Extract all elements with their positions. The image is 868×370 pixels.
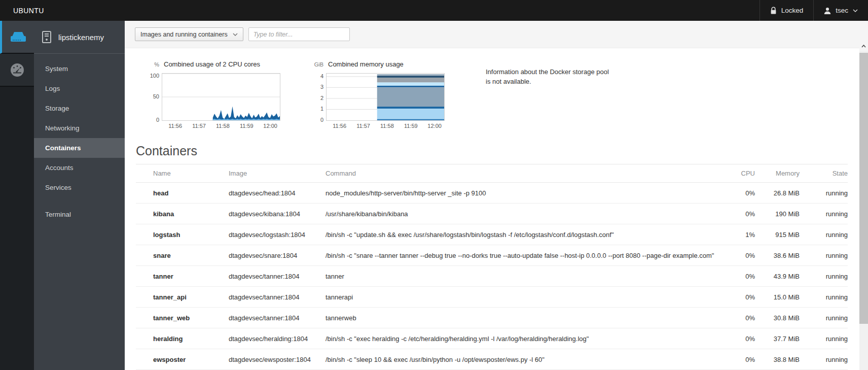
column-header-cpu: CPU bbox=[714, 164, 755, 183]
filter-dropdown-label: Images and running containers bbox=[140, 31, 228, 38]
x-tick-label: 11:57 bbox=[356, 123, 370, 129]
y-tick-label: 4 bbox=[320, 73, 323, 79]
cell-command: /bin/sh -c "exec heralding -c /etc/heral… bbox=[326, 328, 714, 349]
y-tick-label: 2 bbox=[320, 95, 323, 101]
cell-command: /usr/share/kibana/bin/kibana bbox=[326, 204, 714, 224]
cell-image: dtagdevsec/ewsposter:1804 bbox=[229, 349, 326, 370]
cell-image: dtagdevsec/tanner:1804 bbox=[229, 266, 326, 287]
cell-image: dtagdevsec/logstash:1804 bbox=[229, 224, 326, 245]
table-row[interactable]: tanner_apidtagdevsec/tanner:1804tannerap… bbox=[136, 287, 848, 308]
table-header-row: NameImageCommandCPUMemoryState bbox=[136, 164, 848, 183]
y-tick-label: 50 bbox=[153, 93, 159, 99]
containers-heading: Containers bbox=[136, 144, 848, 158]
containers-filter-dropdown[interactable]: Images and running containers bbox=[135, 27, 243, 41]
locked-indicator[interactable]: Locked bbox=[760, 0, 814, 21]
sidebar-item-storage[interactable]: Storage bbox=[34, 98, 125, 118]
sidebar: lipstickenemy SystemLogsStorageNetworkin… bbox=[34, 21, 125, 370]
host-server-icon bbox=[41, 30, 52, 44]
user-menu[interactable]: tsec bbox=[813, 0, 868, 21]
cpu-chart-unit: % bbox=[142, 61, 159, 68]
storage-pool-note-line1: Information about the Docker storage poo… bbox=[486, 68, 609, 77]
cell-state: running bbox=[800, 204, 848, 224]
cell-state: running bbox=[800, 328, 848, 349]
cpu-chart-plot bbox=[162, 73, 280, 121]
sidebar-item-networking[interactable]: Networking bbox=[34, 118, 125, 138]
scroll-up-arrow[interactable] bbox=[859, 42, 868, 51]
y-tick-label: 1 bbox=[320, 106, 323, 112]
cell-cpu: 0% bbox=[714, 183, 755, 204]
chevron-down-icon bbox=[233, 33, 238, 36]
table-row[interactable]: logstashdtagdevsec/logstash:1804/bin/sh … bbox=[136, 224, 848, 245]
memory-chart-yaxis: 43210 bbox=[306, 73, 323, 121]
gauge-icon bbox=[9, 61, 26, 79]
table-row[interactable]: tanner_webdtagdevsec/tanner:1804tannerwe… bbox=[136, 308, 848, 328]
cell-image: dtagdevsec/tanner:1804 bbox=[229, 287, 326, 308]
cell-memory: 15.0 MiB bbox=[755, 287, 800, 308]
cell-cpu: 0% bbox=[714, 266, 755, 287]
cell-cpu: 0% bbox=[714, 204, 755, 224]
table-row[interactable]: heraldingdtagdevsec/heralding:1804/bin/s… bbox=[136, 328, 848, 349]
cell-command: /bin/sh -c "snare --tanner tanner --debu… bbox=[326, 245, 714, 266]
x-tick-label: 12:00 bbox=[263, 123, 277, 129]
cell-state: running bbox=[800, 245, 848, 266]
host-header[interactable]: lipstickenemy bbox=[34, 21, 125, 54]
x-tick-label: 11:59 bbox=[240, 123, 254, 129]
cell-command: tanner bbox=[326, 266, 714, 287]
cell-cpu: 0% bbox=[714, 349, 755, 370]
user-icon bbox=[824, 7, 831, 14]
cell-name: kibana bbox=[136, 204, 229, 224]
sidebar-item-terminal[interactable]: Terminal bbox=[34, 205, 125, 224]
sidebar-item-logs[interactable]: Logs bbox=[34, 79, 125, 98]
cell-state: running bbox=[800, 349, 848, 370]
hostname: lipstickenemy bbox=[58, 33, 104, 42]
chevron-up-icon bbox=[861, 45, 866, 48]
scrollbar-thumb[interactable] bbox=[859, 53, 868, 324]
sidebar-item-accounts[interactable]: Accounts bbox=[34, 158, 125, 178]
cell-memory: 38.6 MiB bbox=[755, 245, 800, 266]
x-tick-label: 11:57 bbox=[192, 123, 206, 129]
lock-icon bbox=[770, 7, 777, 15]
y-tick-label: 0 bbox=[156, 117, 159, 123]
sidebar-item-system[interactable]: System bbox=[34, 59, 125, 79]
scrollbar[interactable] bbox=[859, 42, 868, 370]
cpu-chart-title: Combined usage of 2 CPU cores bbox=[164, 60, 260, 68]
memory-chart-xaxis: 11:5611:5711:5811:5912:00 bbox=[326, 123, 445, 130]
cell-name: logstash bbox=[136, 224, 229, 245]
x-tick-label: 12:00 bbox=[427, 123, 442, 129]
top-bar: UBUNTU Locked tsec bbox=[0, 0, 868, 21]
cell-cpu: 0% bbox=[714, 245, 755, 266]
sidebar-menu: SystemLogsStorageNetworkingContainersAcc… bbox=[34, 59, 125, 224]
dashboard-tab[interactable] bbox=[0, 54, 34, 87]
server-tab[interactable] bbox=[0, 21, 34, 54]
column-header-name: Name bbox=[136, 164, 229, 183]
memory-chart-title: Combined memory usage bbox=[328, 60, 404, 68]
column-header-state: State bbox=[800, 164, 848, 183]
table-row[interactable]: snaredtagdevsec/snare:1804/bin/sh -c "sn… bbox=[136, 245, 848, 266]
cell-image: dtagdevsec/snare:1804 bbox=[229, 245, 326, 266]
memory-usage-chart: GiB Combined memory usage 43210 11:5611:… bbox=[306, 60, 445, 130]
cell-memory: 915 MiB bbox=[755, 224, 800, 245]
table-row[interactable]: tannerdtagdevsec/tanner:1804tanner0%43.9… bbox=[136, 266, 848, 287]
locked-label: Locked bbox=[781, 7, 804, 14]
sidebar-item-containers[interactable]: Containers bbox=[34, 138, 125, 158]
cell-command: tannerapi bbox=[326, 287, 714, 308]
charts-row: % Combined usage of 2 CPU cores 100500 1… bbox=[142, 60, 848, 130]
cell-name: snare bbox=[136, 245, 229, 266]
table-row[interactable]: ewsposterdtagdevsec/ewsposter:1804/bin/s… bbox=[136, 349, 848, 370]
cell-command: /bin/sh -c "update.sh && exec /usr/share… bbox=[326, 224, 714, 245]
cell-state: running bbox=[800, 224, 848, 245]
cell-cpu: 0% bbox=[714, 328, 755, 349]
filter-input[interactable] bbox=[248, 27, 350, 41]
y-tick-label: 0 bbox=[320, 117, 323, 123]
toolbar: Images and running containers bbox=[125, 21, 868, 48]
x-tick-label: 11:56 bbox=[333, 123, 346, 129]
cell-name: heralding bbox=[136, 328, 229, 349]
column-header-memory: Memory bbox=[755, 164, 800, 183]
table-row[interactable]: headdtagdevsec/head:1804node_modules/htt… bbox=[136, 183, 848, 204]
table-row[interactable]: kibanadtagdevsec/kibana:1804/usr/share/k… bbox=[136, 204, 848, 224]
cell-command: tannerweb bbox=[326, 308, 714, 328]
cell-memory: 30.8 MiB bbox=[755, 308, 800, 328]
sidebar-item-services[interactable]: Services bbox=[34, 178, 125, 197]
column-header-command: Command bbox=[326, 164, 714, 183]
cpu-chart-xaxis: 11:5611:5711:5811:5912:00 bbox=[162, 123, 280, 130]
